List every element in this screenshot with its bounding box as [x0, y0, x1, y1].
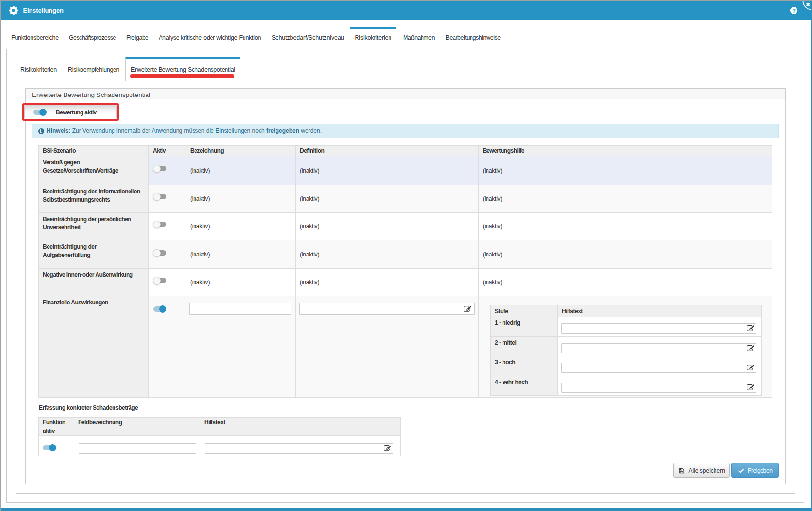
- svg-text:✖: ✖: [806, 2, 810, 7]
